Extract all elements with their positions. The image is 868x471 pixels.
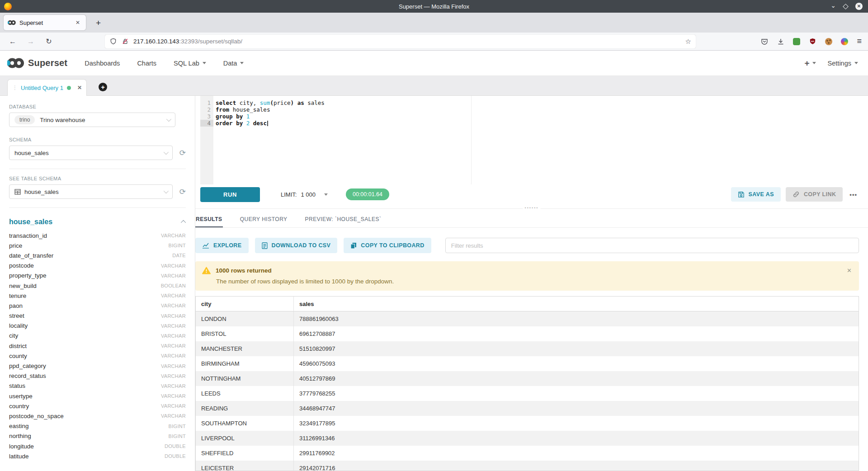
filter-results-input[interactable]: [445, 238, 859, 253]
table-cell: SOUTHAMPTON: [196, 416, 294, 431]
editor-code: select city, sum(price) as salesfrom hou…: [213, 99, 868, 127]
forward-icon[interactable]: →: [25, 38, 36, 46]
downloads-icon[interactable]: [777, 38, 784, 45]
refresh-schema-icon[interactable]: ⟳: [179, 149, 186, 157]
reload-icon[interactable]: ↻: [43, 37, 54, 46]
schema-column-row: streetVARCHAR: [9, 311, 186, 321]
code-token: group by: [216, 113, 243, 120]
window-minimize-icon[interactable]: ⌄: [830, 2, 836, 9]
query-tab[interactable]: ⋮ Untitled Query 1 ✕: [7, 79, 87, 96]
pocket-icon[interactable]: [760, 38, 768, 45]
alert-close-icon[interactable]: ✕: [847, 267, 852, 274]
schema-column-row: latitudeDOUBLE: [9, 451, 186, 461]
more-actions-button[interactable]: •••: [848, 191, 859, 198]
nav-menu: DashboardsChartsSQL LabData: [85, 51, 244, 75]
save-as-button[interactable]: SAVE AS: [731, 187, 781, 202]
column-type: DATE: [172, 253, 186, 258]
chart-icon: [202, 242, 209, 249]
browser-tab[interactable]: Superset ✕: [4, 15, 86, 30]
drag-handle-icon[interactable]: ⋮: [12, 85, 17, 91]
schema-column-row: postcodeVARCHAR: [9, 261, 186, 271]
window-close-icon[interactable]: ✕: [855, 3, 863, 10]
code-token: order by: [216, 120, 243, 127]
nav-item-data[interactable]: Data: [223, 51, 244, 75]
table-cell: NOTTINGHAM: [196, 371, 294, 386]
schema-select[interactable]: house_sales: [9, 146, 173, 160]
download-csv-button[interactable]: DOWNLOAD TO CSV: [255, 238, 338, 253]
extension-pinwheel-icon[interactable]: [841, 38, 848, 45]
query-tab-close-icon[interactable]: ✕: [77, 85, 82, 91]
results-tab-query-history[interactable]: QUERY HISTORY: [240, 213, 288, 227]
rows-returned-alert: 1000 rows returned The number of rows di…: [195, 261, 859, 291]
url-host: 217.160.120.143: [133, 38, 179, 45]
nav-item-sql-lab[interactable]: SQL Lab: [174, 51, 206, 75]
column-name: postcode_no_space: [9, 413, 161, 419]
menu-icon[interactable]: ≡: [857, 37, 862, 46]
table-schema-title: house_sales: [9, 218, 182, 226]
bookmark-star-icon[interactable]: ☆: [685, 38, 691, 46]
settings-menu[interactable]: Settings: [828, 60, 858, 67]
column-header-city[interactable]: city: [196, 297, 294, 311]
column-name: transaction_id: [9, 232, 161, 239]
code-token: price: [274, 99, 291, 106]
database-select[interactable]: trino Trino warehouse: [9, 113, 175, 127]
new-tab-button[interactable]: +: [93, 19, 104, 27]
schema-column-row: localityVARCHAR: [9, 321, 186, 331]
column-name: city: [9, 332, 161, 339]
window-maximize-icon[interactable]: [843, 4, 849, 9]
column-type: VARCHAR: [161, 373, 186, 379]
caret-down-icon: [324, 193, 328, 196]
column-header-sales[interactable]: sales: [294, 297, 859, 311]
code-token: [243, 113, 246, 120]
insecure-lock-icon[interactable]: [121, 38, 129, 45]
pane-splitter[interactable]: ••••••: [195, 204, 868, 213]
results-tab-bar: RESULTSQUERY HISTORYPREVIEW: `HOUSE_SALE…: [195, 213, 868, 228]
table-cell: 788861960063: [294, 311, 859, 326]
table-row: READING34468947747: [196, 401, 859, 416]
tracking-shield-icon[interactable]: [109, 38, 117, 45]
divider: [9, 169, 186, 169]
code-token: [294, 99, 297, 106]
link-icon: [793, 191, 800, 198]
cookie-icon[interactable]: [825, 38, 832, 45]
copy-link-button[interactable]: COPY LINK: [786, 187, 843, 202]
column-type: VARCHAR: [161, 393, 186, 399]
code-token: sum: [260, 99, 270, 106]
column-name: postcode: [9, 262, 161, 269]
code-token: [250, 120, 253, 127]
add-new-button[interactable]: +: [804, 59, 816, 67]
schema-value: house_sales: [14, 150, 49, 156]
back-icon[interactable]: ←: [7, 38, 18, 46]
nav-item-dashboards[interactable]: Dashboards: [85, 51, 120, 75]
run-button[interactable]: RUN: [200, 187, 260, 202]
table-select[interactable]: house_sales: [9, 184, 173, 199]
results-tab-preview[interactable]: PREVIEW: `HOUSE_SALES`: [305, 213, 382, 227]
superset-logo[interactable]: Superset: [7, 57, 67, 69]
privacy-badger-icon[interactable]: [793, 38, 800, 45]
table-row: NOTTINGHAM40512797869: [196, 371, 859, 386]
table-row: MANCHESTER51510820997: [196, 341, 859, 356]
chevron-down-icon: [164, 150, 169, 155]
code-token: ): [291, 99, 294, 106]
column-type: VARCHAR: [161, 303, 186, 308]
copy-clipboard-button[interactable]: COPY TO CLIPBOARD: [344, 238, 431, 253]
new-query-tab-button[interactable]: +: [99, 83, 107, 91]
limit-dropdown[interactable]: LIMIT: 1 000: [281, 191, 328, 198]
code-token: house_sales: [229, 106, 270, 113]
sql-editor[interactable]: 1234 select city, sum(price) as salesfro…: [195, 96, 868, 184]
column-type: VARCHAR: [161, 333, 186, 339]
schema-column-row: paonVARCHAR: [9, 301, 186, 311]
schema-column-row: countyVARCHAR: [9, 351, 186, 361]
results-tab-results[interactable]: RESULTS: [195, 213, 223, 227]
column-type: VARCHAR: [161, 323, 186, 329]
tab-close-icon[interactable]: ✕: [74, 19, 82, 27]
url-bar[interactable]: 217.160.120.143:32393/superset/sqllab/ ☆: [105, 35, 696, 48]
refresh-table-icon[interactable]: ⟳: [179, 188, 186, 196]
brand-name: Superset: [28, 58, 67, 68]
nav-item-label: Charts: [137, 60, 156, 67]
column-type: BIGINT: [169, 243, 186, 248]
explore-button[interactable]: EXPLORE: [195, 238, 249, 253]
table-row: LONDON788861960063: [196, 311, 859, 326]
ublock-icon[interactable]: uo: [809, 38, 816, 45]
nav-item-charts[interactable]: Charts: [137, 51, 156, 75]
